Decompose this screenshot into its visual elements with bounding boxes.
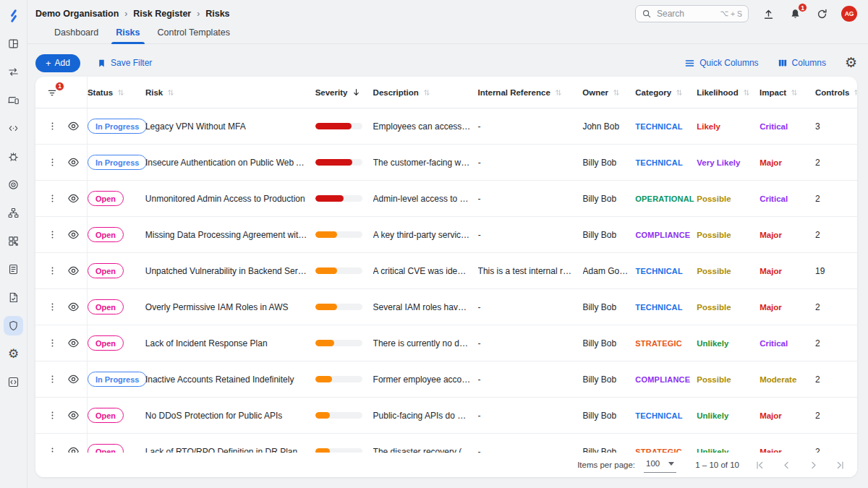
risk-name[interactable]: Legacy VPN Without MFA bbox=[145, 121, 253, 132]
items-per-page-select[interactable]: 100 bbox=[644, 457, 676, 473]
view-risk-button[interactable] bbox=[66, 119, 80, 134]
sort-icon[interactable] bbox=[167, 88, 174, 97]
refresh-button[interactable] bbox=[814, 7, 829, 21]
view-risk-button[interactable] bbox=[66, 192, 80, 206]
risk-name[interactable]: Insecure Authentication on Public Web Ap… bbox=[145, 158, 315, 168]
breadcrumb-item[interactable]: Risks bbox=[205, 9, 229, 19]
status-badge[interactable]: In Progress bbox=[88, 372, 148, 387]
sort-icon[interactable] bbox=[854, 88, 857, 97]
sidebar-item-developer[interactable] bbox=[4, 372, 23, 392]
row-menu-button[interactable] bbox=[45, 228, 59, 242]
sort-icon[interactable] bbox=[555, 88, 562, 97]
previous-page-button[interactable] bbox=[780, 459, 792, 471]
view-risk-button[interactable] bbox=[66, 155, 80, 170]
sort-icon[interactable] bbox=[791, 88, 798, 97]
filter-button[interactable]: 1 bbox=[45, 85, 59, 100]
row-menu-button[interactable] bbox=[45, 192, 59, 206]
status-badge[interactable]: In Progress bbox=[88, 119, 148, 134]
risk-cell: Overly Permissive IAM Roles in AWS bbox=[145, 302, 315, 312]
risk-name[interactable]: Missing Data Processing Agreement with T… bbox=[145, 230, 315, 240]
row-menu-button[interactable] bbox=[45, 408, 59, 423]
sidebar-item-settings[interactable]: ⚙ bbox=[4, 344, 23, 364]
column-header-likelihood[interactable]: Likelihood bbox=[697, 88, 760, 97]
status-badge[interactable]: Open bbox=[88, 408, 124, 423]
risk-name[interactable]: No DDoS Protection for Public APIs bbox=[145, 411, 289, 421]
view-risk-button[interactable] bbox=[66, 264, 80, 278]
tab-risks[interactable]: Risks bbox=[107, 27, 148, 43]
sidebar-item-devices[interactable] bbox=[4, 90, 23, 110]
table-header-row: 1StatusRiskSeverityDescriptionInternal R… bbox=[35, 77, 857, 108]
sort-icon[interactable] bbox=[743, 88, 750, 97]
last-page-button[interactable] bbox=[834, 459, 846, 471]
upload-button[interactable] bbox=[761, 7, 775, 21]
column-header-impact[interactable]: Impact bbox=[760, 88, 815, 97]
view-risk-button[interactable] bbox=[66, 336, 80, 351]
quick-columns-button[interactable]: Quick Columns bbox=[684, 58, 758, 69]
tab-dashboard[interactable]: Dashboard bbox=[46, 27, 107, 43]
breadcrumb-item[interactable]: Demo Organisation bbox=[35, 9, 119, 19]
notifications-button[interactable]: 1 bbox=[788, 7, 802, 21]
columns-button[interactable]: Columns bbox=[778, 58, 826, 68]
column-header-severity[interactable]: Severity bbox=[315, 87, 373, 97]
tab-control-templates[interactable]: Control Templates bbox=[149, 27, 239, 43]
view-risk-button[interactable] bbox=[66, 300, 80, 314]
view-risk-button[interactable] bbox=[66, 372, 80, 387]
column-header-category[interactable]: Category bbox=[635, 88, 697, 97]
column-header-description[interactable]: Description bbox=[373, 88, 478, 97]
status-badge[interactable]: Open bbox=[88, 191, 124, 206]
sort-icon[interactable] bbox=[676, 88, 683, 97]
sidebar-item-transfers[interactable] bbox=[4, 62, 23, 82]
app-logo[interactable] bbox=[4, 6, 23, 25]
view-risk-button[interactable] bbox=[66, 228, 80, 242]
avatar[interactable]: AG bbox=[841, 6, 857, 22]
sidebar-item-organization[interactable] bbox=[4, 203, 23, 223]
sidebar-item-dashboard[interactable] bbox=[4, 34, 23, 53]
column-header-status[interactable]: Status bbox=[88, 88, 145, 97]
status-badge[interactable]: Open bbox=[88, 227, 124, 242]
sidebar-item-modules[interactable] bbox=[4, 231, 23, 251]
search-input[interactable]: Search + S bbox=[635, 5, 749, 22]
risk-name[interactable]: Unpatched Vulnerability in Backend Servi… bbox=[145, 266, 315, 276]
table-row: In Progress Inactive Accounts Retained I… bbox=[35, 361, 857, 398]
first-page-button[interactable] bbox=[754, 459, 765, 471]
row-menu-button[interactable] bbox=[45, 336, 59, 351]
row-menu-button[interactable] bbox=[45, 264, 59, 278]
risk-cell: Lack of Incident Response Plan bbox=[145, 338, 315, 348]
next-page-button[interactable] bbox=[807, 459, 819, 471]
column-header-internal[interactable]: Internal Reference bbox=[477, 88, 582, 97]
controls-count: 2 bbox=[815, 411, 827, 421]
risk-name[interactable]: Unmonitored Admin Access to Production bbox=[145, 194, 312, 204]
sidebar-item-audits[interactable] bbox=[4, 288, 23, 307]
view-risk-button[interactable] bbox=[66, 408, 80, 423]
row-menu-button[interactable] bbox=[45, 119, 59, 134]
sort-icon[interactable] bbox=[613, 88, 620, 97]
sort-desc-icon[interactable] bbox=[352, 87, 361, 97]
sort-icon[interactable] bbox=[117, 88, 124, 97]
logo-icon bbox=[7, 9, 21, 23]
status-badge[interactable]: In Progress bbox=[88, 155, 148, 170]
severity-bar bbox=[315, 267, 362, 274]
risk-name[interactable]: Inactive Accounts Retained Indefinitely bbox=[145, 374, 301, 385]
table-settings-button[interactable]: ⚙ bbox=[845, 56, 857, 70]
sidebar-item-radar[interactable] bbox=[4, 175, 23, 194]
sidebar-item-documents[interactable] bbox=[4, 260, 23, 279]
row-menu-button[interactable] bbox=[45, 372, 59, 387]
save-filter-button[interactable]: Save Filter bbox=[97, 58, 152, 68]
sidebar-item-bug-reports[interactable] bbox=[4, 147, 23, 166]
row-menu-button[interactable] bbox=[45, 300, 59, 314]
row-menu-button[interactable] bbox=[45, 155, 59, 170]
column-header-owner[interactable]: Owner bbox=[582, 88, 635, 97]
risk-name[interactable]: Overly Permissive IAM Roles in AWS bbox=[145, 302, 296, 312]
sidebar-item-risk-register[interactable] bbox=[4, 316, 23, 335]
controls-cell: 2 bbox=[815, 158, 857, 168]
breadcrumb-item[interactable]: Risk Register bbox=[133, 9, 191, 19]
risk-name[interactable]: Lack of Incident Response Plan bbox=[145, 338, 275, 348]
status-badge[interactable]: Open bbox=[88, 263, 124, 278]
column-header-risk[interactable]: Risk bbox=[145, 88, 315, 97]
column-header-controls[interactable]: Controls bbox=[815, 88, 857, 97]
sidebar-item-code[interactable] bbox=[4, 119, 23, 138]
sort-icon[interactable] bbox=[423, 88, 430, 97]
add-button[interactable]: + Add bbox=[35, 54, 80, 72]
status-badge[interactable]: Open bbox=[88, 299, 124, 314]
status-badge[interactable]: Open bbox=[88, 335, 124, 351]
